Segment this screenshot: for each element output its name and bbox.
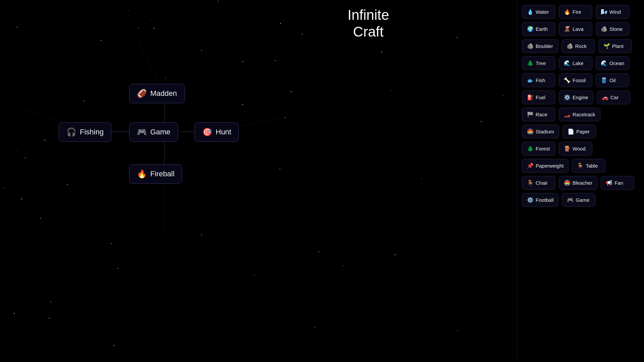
element-btn-earth[interactable]: 🌍Earth [522, 22, 555, 36]
star [201, 50, 202, 51]
fire-icon: 🔥 [564, 9, 571, 15]
hunt-icon: 🎯 [202, 127, 212, 137]
fan-label: Fan [614, 180, 623, 186]
paperweight-icon: 📌 [527, 163, 534, 169]
wind-label: Wind [609, 9, 621, 15]
sidebar-row: 💧Water🔥Fire🌬️Wind [522, 5, 639, 19]
element-btn-game2[interactable]: 🎮Game [562, 193, 595, 207]
element-btn-paperweight[interactable]: 📌Paperweight [522, 159, 569, 173]
ocean-icon: 🌊 [601, 60, 607, 66]
element-btn-ocean[interactable]: 🌊Ocean [596, 56, 629, 70]
star [40, 218, 41, 219]
rock-icon: 🪨 [567, 43, 573, 49]
forest-icon: 🌲 [527, 145, 534, 152]
particle-dot [279, 169, 280, 170]
node-fishing[interactable]: 🎧 Fishing [59, 122, 111, 142]
particle-dot [154, 28, 155, 29]
fossil-icon: 🦴 [564, 77, 571, 83]
star [50, 302, 51, 302]
stadium-icon: 🏟️ [527, 128, 534, 135]
element-btn-fire[interactable]: 🔥Fire [559, 5, 592, 19]
star [34, 67, 34, 67]
element-btn-paper[interactable]: 📄Paper [562, 125, 596, 138]
particle-dot [314, 327, 315, 328]
paper-label: Paper [576, 129, 590, 134]
element-btn-water[interactable]: 💧Water [522, 5, 555, 19]
star [302, 34, 303, 34]
element-btn-wind[interactable]: 🌬️Wind [596, 5, 629, 19]
fishing-label: Fishing [80, 128, 104, 136]
element-btn-engine[interactable]: ⚙️Engine [559, 90, 593, 104]
earth-label: Earth [536, 26, 548, 32]
element-btn-car[interactable]: 🚗Car [597, 90, 630, 104]
plant-icon: 🌱 [603, 43, 610, 49]
fan-icon: 📢 [606, 180, 612, 186]
paper-icon: 📄 [568, 128, 574, 135]
earth-icon: 🌍 [527, 26, 534, 32]
particle-dot [3, 187, 4, 188]
star [151, 20, 151, 20]
node-hunt[interactable]: 🎯 Hunt [195, 122, 239, 142]
element-btn-stadium[interactable]: 🏟️Stadium [522, 125, 559, 138]
element-btn-oil[interactable]: 🛢️Oil [596, 73, 629, 87]
madden-icon: 🏈 [137, 89, 147, 98]
element-btn-bleacher[interactable]: 🏟️Bleacher [559, 176, 597, 190]
element-btn-rock[interactable]: 🪨Rock [561, 39, 595, 53]
racetrack-icon: 🏎️ [564, 111, 571, 118]
element-btn-boulder[interactable]: 🪨Boulder [522, 39, 558, 53]
element-btn-chair[interactable]: 🪑Chair [522, 176, 555, 190]
node-madden[interactable]: 🏈 Madden [129, 84, 185, 103]
particle-dot [217, 1, 218, 2]
sidebar-row: 🪑Chair🏟️Bleacher📢Fan [522, 176, 639, 190]
particle-dot [291, 91, 292, 92]
element-btn-fuel[interactable]: ⛽Fuel [522, 90, 555, 104]
particle-dot [111, 243, 112, 244]
stadium-label: Stadium [536, 129, 554, 134]
element-btn-fan[interactable]: 📢Fan [601, 176, 634, 190]
element-btn-fish[interactable]: 🐟Fish [522, 73, 555, 87]
element-btn-racetrack[interactable]: 🏎️Racetrack [559, 108, 600, 121]
element-btn-table[interactable]: 🪑Table [572, 159, 605, 173]
fire-label: Fire [573, 9, 581, 15]
element-btn-lava[interactable]: 🌋Lava [559, 22, 592, 36]
element-btn-lake[interactable]: 🌊Lake [559, 56, 592, 70]
particle-dot [21, 198, 22, 199]
boulder-icon: 🪨 [527, 43, 534, 49]
star [275, 60, 276, 61]
particle-dot [421, 178, 422, 179]
fuel-icon: ⛽ [527, 94, 534, 101]
game-label: Game [150, 128, 170, 136]
forest-label: Forest [536, 146, 550, 152]
element-btn-tree[interactable]: 🌲Tree [522, 56, 555, 70]
element-btn-race[interactable]: 🏁Race [522, 108, 555, 121]
star [228, 161, 228, 161]
app-title: Infinite Craft [347, 7, 389, 41]
fuel-label: Fuel [536, 95, 545, 100]
football-label: Football [536, 197, 553, 203]
particle-dot [280, 23, 281, 24]
particle-dot [128, 10, 129, 11]
football-icon: ⚙️ [527, 197, 534, 203]
particle-dot [138, 27, 139, 28]
star [84, 101, 85, 101]
element-btn-stone[interactable]: 🪨Stone [596, 22, 629, 36]
sidebar-row: 🏟️Stadium📄Paper [522, 125, 639, 138]
race-icon: 🏁 [527, 111, 534, 118]
element-btn-football[interactable]: ⚙️Football [522, 193, 558, 207]
stars-background [0, 0, 517, 362]
star [268, 201, 269, 201]
element-btn-fossil[interactable]: 🦴Fossil [559, 73, 592, 87]
element-btn-forest[interactable]: 🌲Forest [522, 142, 555, 156]
particle-dot [14, 313, 15, 314]
element-btn-plant[interactable]: 🌱Plant [598, 39, 632, 53]
table-label: Table [586, 163, 598, 169]
particle-dot [49, 318, 50, 319]
chair-label: Chair [536, 180, 548, 186]
tree-label: Tree [536, 60, 546, 66]
element-btn-wood[interactable]: 🪵Wood [559, 142, 592, 156]
fossil-label: Fossil [573, 77, 586, 83]
node-fireball[interactable]: 🔥 Fireball [129, 164, 182, 184]
car-label: Car [610, 95, 619, 100]
particle-dot [503, 95, 504, 96]
node-game[interactable]: 🎮 Game [129, 122, 178, 142]
